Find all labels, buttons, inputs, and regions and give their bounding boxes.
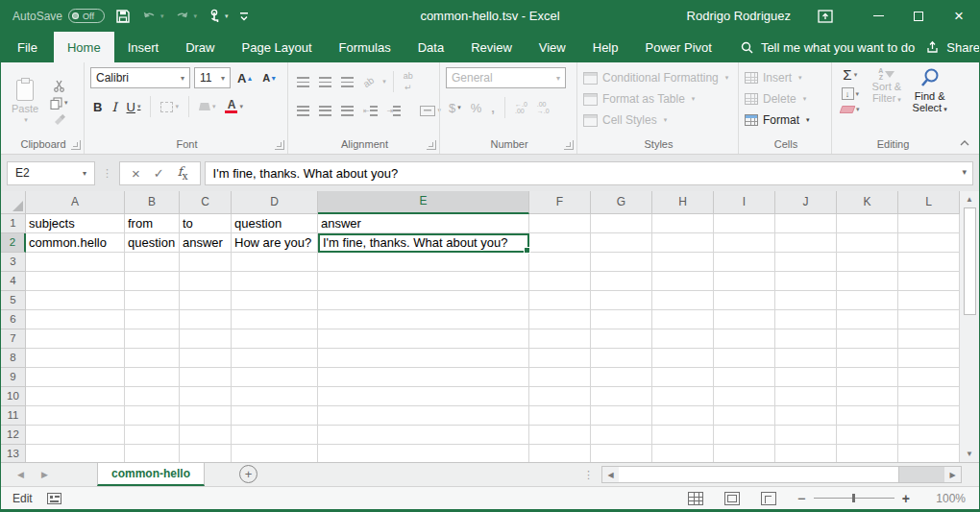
cell-L9[interactable] [898,368,960,387]
top-align-button[interactable] [294,76,312,88]
cell-J6[interactable] [775,310,837,329]
paste-button[interactable]: Paste ▾ [7,80,43,124]
row-header-11[interactable]: 11 [1,406,26,426]
scroll-right-icon[interactable]: ▶ [944,467,961,482]
cell-L5[interactable] [898,291,960,310]
number-dialog-launcher[interactable] [564,140,574,150]
select-all-button[interactable] [1,191,26,214]
next-sheet-icon[interactable]: ▶ [41,470,48,479]
cell-D11[interactable] [232,406,318,426]
minimize-button[interactable] [858,0,898,32]
cell-K1[interactable] [837,214,898,233]
decrease-decimal-button[interactable]: .00→.0 [534,100,552,115]
horizontal-scrollbar-thumb[interactable] [619,467,899,482]
column-header-B[interactable]: B [125,191,180,214]
cell-G13[interactable] [591,445,652,462]
cell-A13[interactable] [26,445,125,462]
zoom-level[interactable]: 100% [931,492,966,505]
cell-D9[interactable] [232,368,318,387]
cut-button[interactable] [47,79,71,93]
insert-cells-button[interactable]: Insert▾ [745,67,827,88]
cell-H10[interactable] [652,387,714,406]
cell-H1[interactable] [652,214,714,233]
cell-J11[interactable] [775,406,837,426]
orientation-button[interactable]: ab [358,72,379,91]
cell-E9[interactable] [318,368,529,387]
cell-G10[interactable] [591,387,652,406]
cell-H3[interactable] [652,253,714,272]
cell-L8[interactable] [898,349,960,368]
cell-J5[interactable] [775,291,837,310]
font-color-button[interactable]: A ▾ [222,99,246,114]
cell-H2[interactable] [652,233,714,253]
increase-indent-button[interactable]: ⇥ [384,105,404,117]
cell-F6[interactable] [529,310,591,329]
zoom-slider-thumb[interactable] [852,494,855,502]
cell-G4[interactable] [591,272,652,291]
cell-H8[interactable] [652,349,714,368]
bold-button[interactable]: B [90,99,105,115]
cell-F10[interactable] [529,387,591,406]
column-header-G[interactable]: G [591,191,652,214]
column-header-L[interactable]: L [898,191,960,214]
row-header-2[interactable]: 2 [1,233,26,253]
tab-bar-splitter[interactable]: ⋮ [583,463,601,486]
clear-button[interactable]: ▾ [838,105,863,114]
cell-L3[interactable] [898,253,960,272]
row-header-4[interactable]: 4 [1,272,26,291]
cell-K8[interactable] [837,349,898,368]
fill-color-button[interactable]: ▾ [196,102,219,111]
align-right-button[interactable] [338,105,356,117]
cell-J3[interactable] [775,253,837,272]
cell-F3[interactable] [529,253,591,272]
cell-D12[interactable] [232,426,318,445]
cell-B13[interactable] [125,445,180,462]
cell-A8[interactable] [26,349,125,368]
find-select-button[interactable]: Find & Select▾ [911,65,948,115]
fill-button[interactable]: ↓▾ [838,86,863,101]
format-painter-button[interactable] [47,113,71,127]
cell-I2[interactable] [714,233,775,253]
cell-I13[interactable] [714,445,775,462]
cell-I8[interactable] [714,349,775,368]
cell-H6[interactable] [652,310,714,329]
cell-C7[interactable] [180,329,232,349]
cell-B8[interactable] [125,349,180,368]
cell-I1[interactable] [714,214,775,233]
tab-view[interactable]: View [526,32,579,62]
cell-E2[interactable]: I'm fine, thanks. What about you? [318,233,529,253]
font-size-combobox[interactable]: 11 ▾ [194,67,231,88]
cell-D5[interactable] [232,291,318,310]
comma-style-button[interactable]: , [488,100,498,116]
cell-C11[interactable] [180,406,232,426]
cell-F4[interactable] [529,272,591,291]
row-header-7[interactable]: 7 [1,329,26,349]
cell-E6[interactable] [318,310,529,329]
redo-button[interactable]: ▾ [175,10,198,23]
cell-D6[interactable] [232,310,318,329]
percent-style-button[interactable]: % [468,100,485,116]
cell-H5[interactable] [652,291,714,310]
cell-K10[interactable] [837,387,898,406]
scroll-left-icon[interactable]: ◀ [602,467,619,482]
row-header-13[interactable]: 13 [1,445,26,462]
cell-G3[interactable] [591,253,652,272]
sheet-tab-active[interactable]: common-hello [97,463,205,486]
cell-A3[interactable] [26,253,125,272]
middle-align-button[interactable] [316,76,334,88]
column-header-C[interactable]: C [180,191,232,214]
cell-A11[interactable] [26,406,125,426]
undo-button[interactable]: ▾ [141,10,164,23]
row-header-6[interactable]: 6 [1,310,26,329]
cell-E3[interactable] [318,253,529,272]
font-name-combobox[interactable]: Calibri ▾ [90,67,190,88]
cell-A9[interactable] [26,368,125,387]
cell-G8[interactable] [591,349,652,368]
cell-C5[interactable] [180,291,232,310]
column-header-I[interactable]: I [714,191,775,214]
cell-I7[interactable] [714,329,775,349]
cell-J12[interactable] [775,426,837,445]
row-header-1[interactable]: 1 [1,214,26,233]
cell-K7[interactable] [837,329,898,349]
cell-J9[interactable] [775,368,837,387]
